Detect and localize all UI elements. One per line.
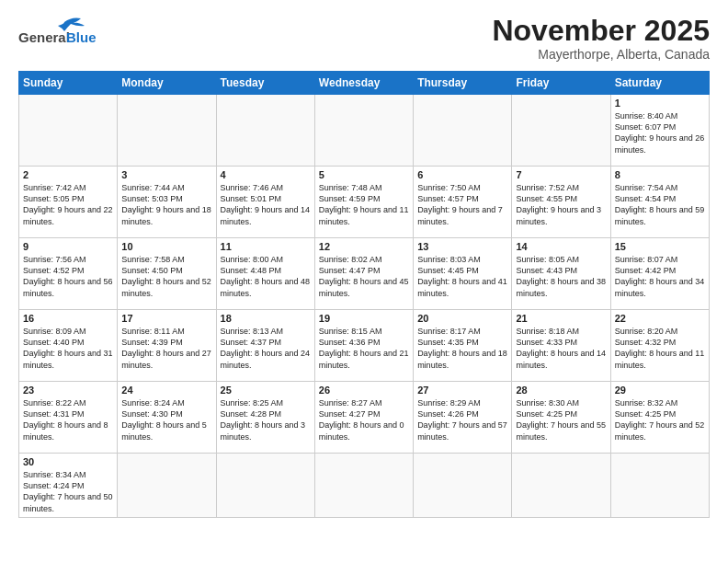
calendar-table: Sunday Monday Tuesday Wednesday Thursday…: [18, 71, 710, 518]
day-number: 18: [221, 313, 311, 324]
table-row: 26Sunrise: 8:27 AM Sunset: 4:27 PM Dayli…: [314, 382, 413, 454]
table-row: 22Sunrise: 8:20 AM Sunset: 4:32 PM Dayli…: [610, 310, 709, 382]
day-content: Sunrise: 8:32 AM Sunset: 4:25 PM Dayligh…: [615, 397, 705, 442]
table-row: 24Sunrise: 8:24 AM Sunset: 4:30 PM Dayli…: [118, 382, 216, 454]
table-row: [118, 95, 216, 167]
calendar-week-row: 1Sunrise: 8:40 AM Sunset: 6:07 PM Daylig…: [19, 95, 710, 167]
day-number: 22: [615, 313, 705, 324]
table-row: [216, 95, 314, 167]
table-row: 20Sunrise: 8:17 AM Sunset: 4:35 PM Dayli…: [414, 310, 512, 382]
table-row: 28Sunrise: 8:30 AM Sunset: 4:25 PM Dayli…: [512, 382, 610, 454]
day-number: 7: [516, 169, 606, 180]
day-content: Sunrise: 8:03 AM Sunset: 4:45 PM Dayligh…: [417, 254, 507, 299]
day-number: 10: [121, 241, 211, 252]
table-row: [19, 95, 118, 167]
page: General Blue November 2025 Mayerthorpe, …: [0, 0, 728, 527]
day-content: Sunrise: 8:24 AM Sunset: 4:30 PM Dayligh…: [121, 397, 211, 442]
day-number: 1: [615, 98, 705, 109]
header: General Blue November 2025 Mayerthorpe, …: [18, 15, 710, 62]
day-number: 13: [417, 241, 507, 252]
table-row: 6Sunrise: 7:50 AM Sunset: 4:57 PM Daylig…: [414, 167, 512, 238]
day-content: Sunrise: 8:09 AM Sunset: 4:40 PM Dayligh…: [23, 326, 113, 371]
day-number: 24: [121, 385, 211, 396]
day-number: 28: [516, 385, 606, 396]
day-content: Sunrise: 8:07 AM Sunset: 4:42 PM Dayligh…: [615, 254, 705, 299]
day-content: Sunrise: 7:50 AM Sunset: 4:57 PM Dayligh…: [417, 182, 507, 227]
table-row: 2Sunrise: 7:42 AM Sunset: 5:05 PM Daylig…: [19, 167, 118, 238]
title-block: November 2025 Mayerthorpe, Alberta, Cana…: [492, 15, 710, 62]
logo: General Blue: [18, 15, 101, 55]
table-row: 10Sunrise: 7:58 AM Sunset: 4:50 PM Dayli…: [118, 238, 216, 310]
table-row: [314, 454, 413, 518]
day-content: Sunrise: 8:15 AM Sunset: 4:36 PM Dayligh…: [319, 326, 409, 371]
day-content: Sunrise: 7:54 AM Sunset: 4:54 PM Dayligh…: [615, 182, 705, 227]
header-sunday: Sunday: [19, 72, 118, 95]
calendar-week-row: 16Sunrise: 8:09 AM Sunset: 4:40 PM Dayli…: [19, 310, 710, 382]
day-content: Sunrise: 8:05 AM Sunset: 4:43 PM Dayligh…: [516, 254, 606, 299]
day-content: Sunrise: 8:29 AM Sunset: 4:26 PM Dayligh…: [417, 397, 507, 442]
day-content: Sunrise: 7:56 AM Sunset: 4:52 PM Dayligh…: [23, 254, 113, 299]
location: Mayerthorpe, Alberta, Canada: [492, 47, 710, 62]
day-number: 11: [221, 241, 311, 252]
day-number: 14: [516, 241, 606, 252]
table-row: 4Sunrise: 7:46 AM Sunset: 5:01 PM Daylig…: [216, 167, 314, 238]
day-number: 5: [319, 169, 409, 180]
table-row: 29Sunrise: 8:32 AM Sunset: 4:25 PM Dayli…: [610, 382, 709, 454]
day-number: 29: [615, 385, 705, 396]
calendar-week-row: 30Sunrise: 8:34 AM Sunset: 4:24 PM Dayli…: [19, 454, 710, 518]
day-content: Sunrise: 7:46 AM Sunset: 5:01 PM Dayligh…: [221, 182, 311, 227]
header-thursday: Thursday: [414, 72, 512, 95]
day-number: 23: [23, 385, 113, 396]
day-content: Sunrise: 8:27 AM Sunset: 4:27 PM Dayligh…: [319, 397, 409, 442]
table-row: [414, 95, 512, 167]
table-row: 14Sunrise: 8:05 AM Sunset: 4:43 PM Dayli…: [512, 238, 610, 310]
day-content: Sunrise: 8:22 AM Sunset: 4:31 PM Dayligh…: [23, 397, 113, 442]
month-title: November 2025: [492, 15, 710, 47]
day-number: 26: [319, 385, 409, 396]
day-content: Sunrise: 8:20 AM Sunset: 4:32 PM Dayligh…: [615, 326, 705, 371]
table-row: 17Sunrise: 8:11 AM Sunset: 4:39 PM Dayli…: [118, 310, 216, 382]
table-row: 13Sunrise: 8:03 AM Sunset: 4:45 PM Dayli…: [414, 238, 512, 310]
day-content: Sunrise: 7:52 AM Sunset: 4:55 PM Dayligh…: [516, 182, 606, 227]
header-wednesday: Wednesday: [314, 72, 413, 95]
day-content: Sunrise: 8:11 AM Sunset: 4:39 PM Dayligh…: [121, 326, 211, 371]
day-number: 9: [23, 241, 113, 252]
table-row: 5Sunrise: 7:48 AM Sunset: 4:59 PM Daylig…: [314, 167, 413, 238]
day-number: 4: [221, 169, 311, 180]
day-number: 8: [615, 169, 705, 180]
table-row: 1Sunrise: 8:40 AM Sunset: 6:07 PM Daylig…: [610, 95, 709, 167]
table-row: [118, 454, 216, 518]
table-row: 16Sunrise: 8:09 AM Sunset: 4:40 PM Dayli…: [19, 310, 118, 382]
table-row: 12Sunrise: 8:02 AM Sunset: 4:47 PM Dayli…: [314, 238, 413, 310]
day-number: 15: [615, 241, 705, 252]
day-number: 27: [417, 385, 507, 396]
table-row: [610, 454, 709, 518]
table-row: [512, 95, 610, 167]
day-content: Sunrise: 7:48 AM Sunset: 4:59 PM Dayligh…: [319, 182, 409, 227]
table-row: 18Sunrise: 8:13 AM Sunset: 4:37 PM Dayli…: [216, 310, 314, 382]
header-saturday: Saturday: [610, 72, 709, 95]
day-number: 25: [221, 385, 311, 396]
table-row: [314, 95, 413, 167]
day-content: Sunrise: 8:13 AM Sunset: 4:37 PM Dayligh…: [221, 326, 311, 371]
table-row: 15Sunrise: 8:07 AM Sunset: 4:42 PM Dayli…: [610, 238, 709, 310]
table-row: 25Sunrise: 8:25 AM Sunset: 4:28 PM Dayli…: [216, 382, 314, 454]
table-row: 9Sunrise: 7:56 AM Sunset: 4:52 PM Daylig…: [19, 238, 118, 310]
calendar-week-row: 23Sunrise: 8:22 AM Sunset: 4:31 PM Dayli…: [19, 382, 710, 454]
day-number: 19: [319, 313, 409, 324]
day-content: Sunrise: 8:00 AM Sunset: 4:48 PM Dayligh…: [221, 254, 311, 299]
day-number: 2: [23, 169, 113, 180]
day-number: 21: [516, 313, 606, 324]
days-header-row: Sunday Monday Tuesday Wednesday Thursday…: [19, 72, 710, 95]
day-content: Sunrise: 8:18 AM Sunset: 4:33 PM Dayligh…: [516, 326, 606, 371]
table-row: [512, 454, 610, 518]
svg-text:General: General: [18, 29, 70, 45]
day-number: 3: [121, 169, 211, 180]
table-row: [414, 454, 512, 518]
day-number: 6: [417, 169, 507, 180]
day-number: 16: [23, 313, 113, 324]
day-content: Sunrise: 8:40 AM Sunset: 6:07 PM Dayligh…: [615, 110, 705, 155]
calendar-week-row: 2Sunrise: 7:42 AM Sunset: 5:05 PM Daylig…: [19, 167, 710, 238]
table-row: 30Sunrise: 8:34 AM Sunset: 4:24 PM Dayli…: [19, 454, 118, 518]
table-row: 27Sunrise: 8:29 AM Sunset: 4:26 PM Dayli…: [414, 382, 512, 454]
